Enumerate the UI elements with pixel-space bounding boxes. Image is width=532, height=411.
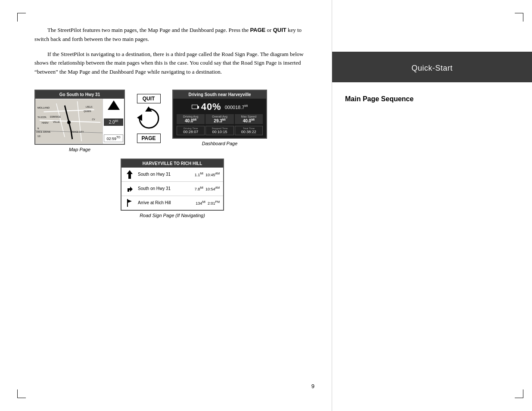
odometer: 000018.7MI [225, 104, 248, 110]
page-container: The StreetPilot features two main pages,… [0, 0, 532, 411]
turn-right-icon [125, 184, 134, 193]
quit-button[interactable]: QUIT [137, 94, 161, 103]
dashboard-body: 40% 000018.7MI Driving Avg 40.0MI Overal… [173, 99, 266, 138]
driving-time-value: 00:28:07 [177, 130, 204, 134]
total-time-box: Total Time 00:38:22 [235, 126, 263, 135]
row3-dist: 134MI 2:01PM [196, 200, 220, 206]
svg-text:HARV: HARV [42, 121, 49, 124]
road-sign-row-1: South on Hwy 31 1.1MI 10:45AM [121, 168, 223, 182]
road-sign-device: HARVEYVILLE TO RICH HILL South on Hwy 31… [121, 159, 224, 211]
road-sign-row-3: Arrive at Rich Hill 134MI 2:01PM [121, 196, 223, 210]
row2-dist: 7.8MI 10:54AM [195, 186, 220, 191]
dashboard-screen: Driving South near Harveyville 40% 00001… [172, 90, 267, 139]
svg-text:N: N [37, 128, 39, 130]
stopped-time-box: Stopped Time 00:10:15 [205, 126, 233, 135]
stat-overall-avg: Overall Avg 29.3MI [205, 114, 233, 124]
road-sign-area: HARVEYVILLE TO RICH HILL South on Hwy 31… [34, 159, 310, 218]
road-sign-row-2: South on Hwy 31 7.8MI 10:54AM [121, 182, 223, 196]
map-canvas: MOLLAND TA VISTA ESBIRDGE HARV VILLE N U… [35, 99, 103, 144]
max-speed-label: Max Speed [235, 115, 262, 118]
driving-avg-label: Driving Avg [177, 115, 204, 118]
svg-text:LRELS: LRELS [86, 106, 93, 108]
arrive-flag-icon [125, 198, 134, 208]
sidebar-header-wrapper: Quick-Start [332, 52, 532, 82]
svg-text:UNCIL GROVE: UNCIL GROVE [36, 131, 51, 133]
dashboard-caption: Dashboard Page [172, 141, 267, 146]
svg-text:ESBIRDGE: ESBIRDGE [50, 116, 61, 118]
total-time-value: 00:38:22 [236, 130, 262, 134]
stat-max-speed: Max Speed 40.0MI [235, 114, 263, 124]
road-sign-caption: Road Sign Page (If Navigating) [140, 213, 205, 218]
quit-key: QUIT [273, 27, 286, 33]
svg-text:12:: 12: [37, 135, 41, 137]
driving-avg-value: 40.0MI [177, 118, 204, 123]
row2-text: South on Hwy 31 [138, 186, 191, 191]
straight-arrow-icon [125, 170, 134, 179]
svg-text:TA VISTA: TA VISTA [37, 116, 47, 118]
dashboard-header: Driving South near Harveyville [173, 90, 266, 99]
row1-dist: 1.1MI 10:45AM [195, 172, 220, 177]
sidebar: Quick-Start Main Page Sequence [332, 0, 532, 411]
section-title: Main Page Sequence [332, 82, 532, 103]
stats-grid: Driving Avg 40.0MI Overall Avg 29.3MI Ma… [177, 114, 263, 124]
dashboard-page-device: Driving South near Harveyville 40% 00001… [172, 90, 267, 146]
map-page-header: Go South to Hwy 31 [35, 90, 124, 99]
map-page-caption: Map Page [34, 147, 125, 152]
svg-point-18 [67, 121, 71, 124]
distance-display: 2.0MI [104, 118, 123, 125]
times-grid: Driving Time 00:28:07 Stopped Time 00:10… [177, 126, 263, 135]
map-right-panel: 2.0MI 02:59TO [103, 99, 124, 144]
speed-row: 40% 000018.7MI [177, 101, 263, 112]
overall-avg-value: 29.3MI [206, 118, 233, 123]
svg-text:MOLLAND: MOLLAND [37, 106, 50, 109]
driving-time-box: Driving Time 00:28:07 [177, 126, 205, 135]
svg-text:OSAGE CITY: OSAGE CITY [71, 131, 84, 133]
stat-driving-avg: Driving Avg 40.0MI [177, 114, 205, 124]
svg-marker-21 [127, 170, 133, 179]
map-page-screen: Go South to Hwy 31 [34, 90, 125, 145]
body-paragraph-2: If the StreetPilot is navigating to a de… [34, 50, 310, 77]
row1-text: South on Hwy 31 [138, 172, 191, 177]
svg-marker-23 [128, 199, 132, 203]
svg-text:VILLE: VILLE [53, 121, 60, 123]
direction-arrow-up [108, 100, 120, 110]
time-display: 02:59TO [104, 134, 123, 142]
page-key: PAGE [250, 27, 265, 33]
stopped-time-value: 00:10:15 [206, 130, 233, 134]
svg-text:QUEEN: QUEEN [84, 110, 91, 112]
map-page-body: MOLLAND TA VISTA ESBIRDGE HARV VILLE N U… [35, 99, 124, 144]
sidebar-corner-tr [515, 13, 523, 22]
map-page-device: Go South to Hwy 31 [34, 90, 125, 152]
page-number: 9 [311, 383, 314, 389]
speed-percentage: 40% [201, 101, 221, 112]
row3-text: Arrive at Rich Hill [138, 200, 192, 205]
middle-controls: QUIT PAGE [129, 90, 168, 143]
battery-icon [192, 105, 198, 109]
quick-start-tab: Quick-Start [332, 52, 532, 82]
main-content: The StreetPilot features two main pages,… [0, 0, 332, 411]
diagram-area: Go South to Hwy 31 [34, 90, 310, 152]
sidebar-corner-br [515, 389, 523, 398]
body-paragraph-1: The StreetPilot features two main pages,… [34, 26, 310, 44]
max-speed-value: 40.0MI [235, 118, 262, 123]
road-sign-header: HARVEYVILLE TO RICH HILL [121, 159, 223, 168]
overall-avg-label: Overall Avg [206, 115, 233, 118]
map-svg: MOLLAND TA VISTA ESBIRDGE HARV VILLE N U… [35, 99, 103, 144]
circular-arrow-icon [136, 106, 162, 131]
corner-mark-bl [17, 389, 26, 398]
corner-mark-tl [17, 13, 26, 22]
svg-text:CV: CV [92, 118, 96, 121]
page-button[interactable]: PAGE [137, 134, 161, 143]
